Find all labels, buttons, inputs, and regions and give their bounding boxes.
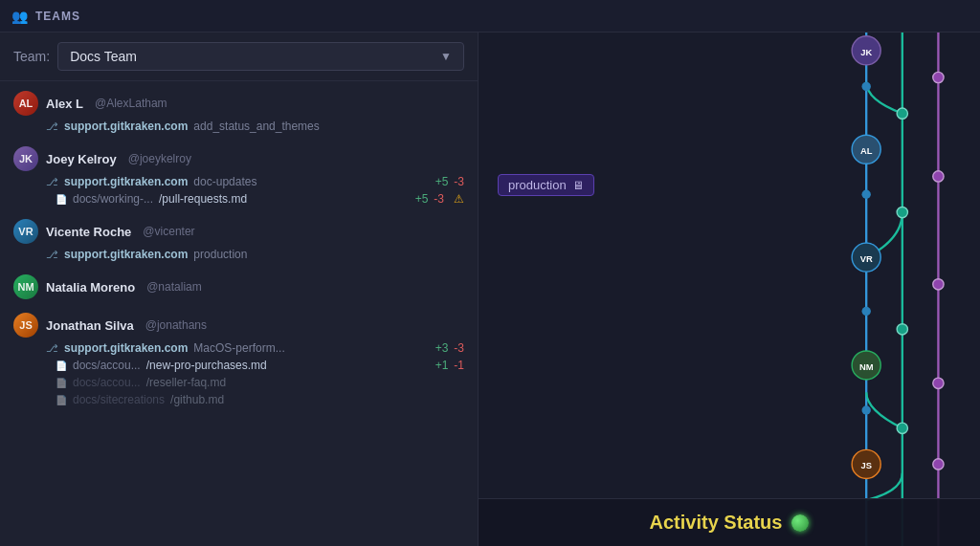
member-name-jonathan-s: Jonathan Silva: [46, 318, 134, 333]
file-name: /pull-requests.md: [159, 192, 247, 206]
branch-name: production: [193, 248, 247, 261]
svg-point-11: [897, 423, 907, 433]
diff-remove: -3: [454, 341, 464, 355]
member-handle-jonathan-s: @jonathans: [145, 318, 207, 332]
member-name-alex-l: Alex L: [46, 97, 83, 111]
member-item-jonathan-s: JS Jonathan Silva @jonathans ⎇ support.g…: [0, 307, 478, 414]
repo-row-joey-k: ⎇ support.gitkraken.com doc-updates +5 -…: [13, 173, 464, 190]
member-name-vicente-r: Vicente Roche: [46, 225, 131, 239]
team-selector: Team: Docs Team ▼: [0, 33, 478, 81]
diff-add: +5: [415, 192, 429, 206]
team-label: Team:: [13, 49, 50, 64]
diff-add: +3: [435, 341, 449, 355]
svg-point-3: [933, 72, 944, 82]
branch-name: MacOS-perform...: [193, 341, 284, 355]
member-header-natalia-m: NM Natalia Moreno @nataliam: [13, 274, 464, 299]
branch-icon: ⎇: [46, 249, 58, 261]
left-panel: Team: Docs Team ▼ AL Alex L @AlexLatham …: [0, 33, 479, 546]
svg-point-8: [897, 108, 907, 119]
diff-remove: -3: [454, 175, 464, 188]
diff-remove: -1: [454, 359, 464, 372]
svg-point-22: [861, 82, 870, 91]
svg-point-6: [933, 378, 944, 388]
member-handle-vicente-r: @vicenter: [143, 225, 194, 238]
avatar-jonathan-s: JS: [13, 313, 38, 338]
file-row-jonathan-s-1: 📄 docs/accou... /new-pro-purchases.md +1…: [13, 357, 464, 374]
production-label: production 🖥: [498, 174, 594, 196]
member-handle-natalia-m: @nataliam: [146, 280, 202, 294]
svg-text:AL: AL: [860, 145, 873, 156]
repo-row-alex-l: ⎇ support.gitkraken.com add_status_and_t…: [13, 118, 464, 135]
svg-point-23: [861, 190, 870, 199]
avatar-alex-l: AL: [13, 91, 38, 116]
file-path: docs/sitecreations: [73, 393, 165, 406]
branch-icon: ⎇: [46, 120, 58, 133]
header-title: TEAMS: [35, 10, 80, 23]
member-header-alex-l: AL Alex L @AlexLatham: [13, 91, 464, 116]
team-selected-value: Docs Team: [70, 49, 137, 64]
svg-text:JK: JK: [860, 47, 872, 57]
member-item-joey-k: JK Joey Kelroy @joeykelroy ⎇ support.git…: [0, 141, 478, 213]
avatar-vicente-r: VR: [13, 219, 38, 244]
teams-header: 👥 TEAMS: [0, 0, 980, 33]
member-header-vicente-r: VR Vicente Roche @vicenter: [13, 219, 464, 244]
branch-name: add_status_and_themes: [193, 120, 319, 133]
member-item-natalia-m: NM Natalia Moreno @nataliam: [0, 269, 478, 307]
svg-text:NM: NM: [859, 361, 874, 372]
diff-remove: -3: [434, 192, 444, 206]
svg-point-4: [933, 171, 944, 182]
file-icon: 📄: [56, 194, 67, 205]
svg-point-5: [933, 279, 944, 290]
repo-row-jonathan-s: ⎇ support.gitkraken.com MacOS-perform...…: [13, 339, 464, 357]
repo-name: support.gitkraken.com: [64, 248, 188, 261]
file-icon: 📄: [56, 395, 67, 405]
file-path: docs/accou...: [73, 359, 141, 372]
production-text: production: [508, 178, 567, 192]
file-path: docs/accou...: [73, 376, 141, 389]
file-row-jonathan-s-3: 📄 docs/sitecreations /github.md: [13, 391, 464, 408]
svg-point-9: [897, 207, 907, 217]
branch-name: doc-updates: [193, 175, 256, 188]
svg-text:JS: JS: [860, 460, 872, 470]
avatar-joey-k: JK: [13, 146, 38, 171]
repo-name: support.gitkraken.com: [64, 120, 188, 133]
file-icon: 📄: [56, 360, 67, 371]
activity-dot: [791, 514, 809, 532]
members-list: AL Alex L @AlexLatham ⎇ support.gitkrake…: [0, 81, 478, 546]
file-name: /github.md: [170, 393, 224, 406]
branch-icon: ⎇: [46, 176, 58, 188]
team-dropdown[interactable]: Docs Team ▼: [57, 42, 464, 71]
chevron-down-icon: ▼: [440, 50, 452, 63]
file-row-joey-k: 📄 docs/working-... /pull-requests.md +5 …: [13, 190, 464, 207]
git-graph: JK AL VR NM JS: [789, 33, 980, 546]
member-item-vicente-r: VR Vicente Roche @vicenter ⎇ support.git…: [0, 213, 478, 269]
member-item-alex-l: AL Alex L @AlexLatham ⎇ support.gitkrake…: [0, 85, 478, 141]
branch-icon: ⎇: [46, 342, 58, 355]
svg-text:VR: VR: [860, 253, 873, 264]
right-panel: production 🖥: [479, 33, 980, 546]
repo-row-vicente-r: ⎇ support.gitkraken.com production: [13, 246, 464, 263]
activity-bar: Activity Status: [479, 498, 980, 546]
svg-point-25: [861, 405, 870, 414]
repo-name: support.gitkraken.com: [64, 341, 188, 355]
svg-point-24: [861, 307, 870, 316]
main-layout: Team: Docs Team ▼ AL Alex L @AlexLatham …: [0, 33, 980, 546]
svg-point-7: [933, 459, 944, 470]
file-row-jonathan-s-2: 📄 docs/accou... /reseller-faq.md: [13, 374, 464, 391]
diff-add: +1: [435, 359, 449, 372]
avatar-natalia-m: NM: [13, 274, 38, 299]
diff-add: +5: [435, 175, 449, 188]
member-handle-alex-l: @AlexLatham: [95, 97, 167, 110]
file-path: docs/working-...: [73, 192, 153, 206]
file-name: /new-pro-purchases.md: [146, 359, 267, 372]
member-header-jonathan-s: JS Jonathan Silva @jonathans: [13, 313, 464, 338]
file-icon: 📄: [56, 378, 67, 388]
member-header-joey-k: JK Joey Kelroy @joeykelroy: [13, 146, 464, 171]
svg-point-10: [897, 324, 907, 335]
monitor-icon: 🖥: [572, 179, 584, 192]
member-handle-joey-k: @joeykelroy: [128, 152, 191, 165]
member-name-natalia-m: Natalia Moreno: [46, 280, 135, 295]
warning-icon: ⚠: [454, 192, 464, 206]
activity-title: Activity Status: [650, 512, 783, 534]
repo-name: support.gitkraken.com: [64, 175, 188, 188]
